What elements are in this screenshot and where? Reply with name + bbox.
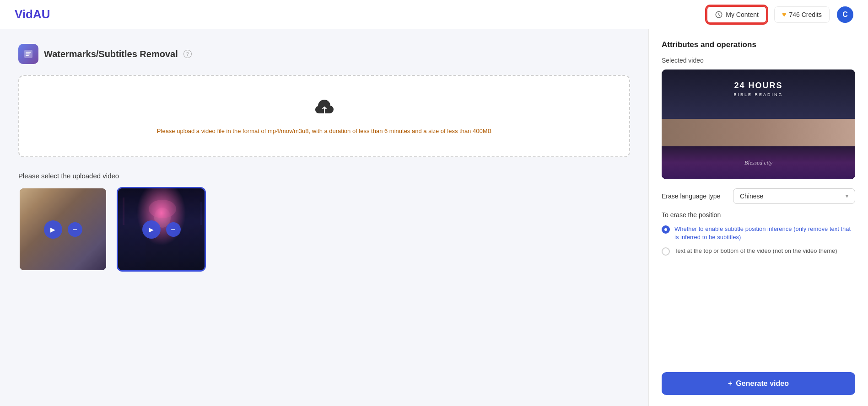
video-section-label: Please select the uploaded video [18,172,630,180]
preview-top [662,69,855,119]
video-overlay-1: ▶ − [20,188,106,270]
sidebar-title: Attributes and operations [662,40,855,49]
avatar[interactable]: C [837,6,853,23]
video-grid: ▶ − [18,187,630,272]
radio-option-1[interactable]: Whether to enable subtitle position infe… [662,225,855,241]
my-content-button[interactable]: My Content [706,6,767,23]
page-title: Watermarks/Subtitles Removal [44,49,178,59]
play-button-2[interactable]: ▶ [142,220,161,239]
preview-bottom [662,146,855,179]
main-container: Watermarks/Subtitles Removal ? Please up… [0,29,868,406]
video-overlay-2: ▶ − [118,188,205,270]
right-sidebar: Attributes and operations Selected video… [648,29,868,406]
video-card-2[interactable]: ▶ − [117,187,206,272]
selected-video-preview [662,69,855,179]
left-content: Watermarks/Subtitles Removal ? Please up… [0,29,648,406]
selected-video-label: Selected video [662,57,855,64]
play-button-1[interactable]: ▶ [44,220,62,239]
remove-button-2[interactable]: − [166,222,181,237]
credits-button[interactable]: ♥ 746 Credits [774,6,830,23]
radio-option-2[interactable]: Text at the top or bottom of the video (… [662,247,855,256]
help-icon[interactable]: ? [183,50,192,58]
radio-button-2[interactable] [662,247,670,256]
my-content-label: My Content [726,11,759,18]
erase-language-label: Erase language type [662,192,726,200]
upload-icon [28,98,620,122]
chevron-down-icon: ▾ [846,193,848,199]
radio-option-2-text: Text at the top or bottom of the video (… [674,247,837,255]
video-card-1[interactable]: ▶ − [18,187,108,272]
logo: VidAU [15,7,50,21]
page-icon [18,44,38,64]
generate-label: Generate video [736,379,789,388]
erase-language-row: Erase language type Chinese ▾ [662,188,855,204]
radio-option-1-text: Whether to enable subtitle position infe… [674,225,855,241]
clock-icon [715,11,723,19]
language-value: Chinese [740,192,763,200]
erase-position-label: To erase the position [662,211,855,219]
generate-button[interactable]: + Generate video [662,372,855,395]
heart-icon: ♥ [782,11,787,19]
header: VidAU My Content ♥ 746 Credits C [0,0,868,29]
generate-plus-icon: + [728,379,732,388]
page-icon-svg [23,48,34,59]
upload-description: Please upload a video file in the format… [28,128,620,134]
page-title-row: Watermarks/Subtitles Removal ? [18,44,630,64]
credits-label: 746 Credits [789,11,822,18]
remove-button-1[interactable]: − [68,222,82,237]
upload-area[interactable]: Please upload a video file in the format… [18,75,630,157]
radio-button-1[interactable] [662,225,670,234]
language-select[interactable]: Chinese ▾ [733,188,855,204]
header-right: My Content ♥ 746 Credits C [706,6,853,23]
preview-mid [662,119,855,146]
